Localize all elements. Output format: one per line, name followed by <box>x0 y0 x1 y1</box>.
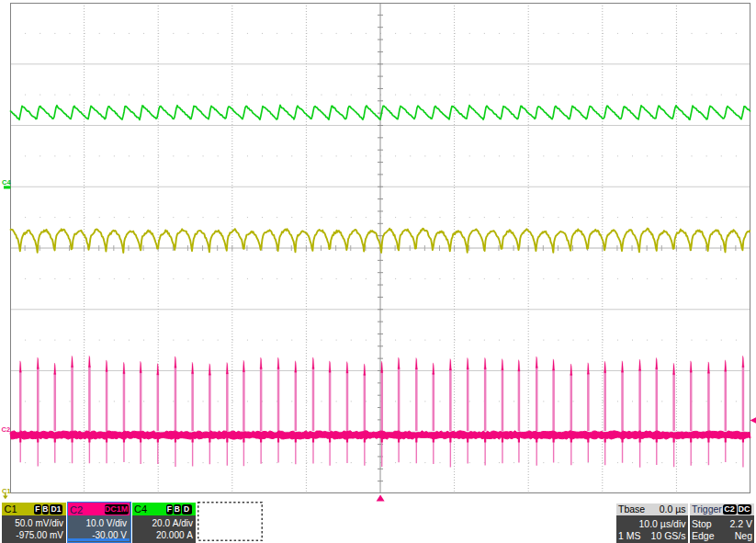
svg-text:C2: C2 <box>2 425 11 434</box>
svg-text:C4: C4 <box>2 178 11 187</box>
svg-text:C1: C1 <box>2 487 11 495</box>
